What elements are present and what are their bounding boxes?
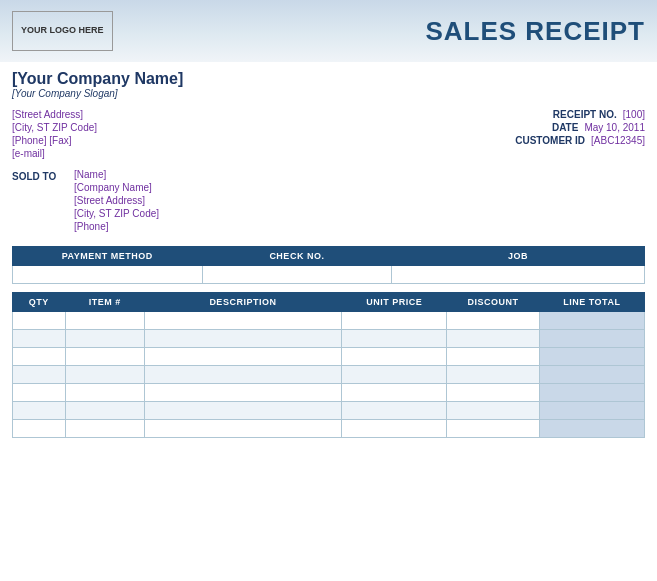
unit-price-cell <box>342 402 447 420</box>
unit-price-cell <box>342 420 447 438</box>
sold-to-section: SOLD TO [Name] [Company Name] [Street Ad… <box>0 165 657 240</box>
check-no-cell <box>202 266 392 284</box>
sold-to-city: [City, ST ZIP Code] <box>74 208 159 219</box>
sold-to-name: [Name] <box>74 169 159 180</box>
qty-cell <box>13 402 66 420</box>
items-table: QTY ITEM # DESCRIPTION UNIT PRICE DISCOU… <box>12 292 645 438</box>
qty-cell <box>13 366 66 384</box>
items-row <box>13 312 645 330</box>
discount-cell <box>447 312 539 330</box>
unit-price-cell <box>342 312 447 330</box>
qty-cell <box>13 330 66 348</box>
receipt-no-value: [100] <box>623 109 645 120</box>
description-cell <box>144 330 342 348</box>
description-cell <box>144 312 342 330</box>
item-num-cell <box>65 384 144 402</box>
sold-to-street: [Street Address] <box>74 195 159 206</box>
item-num-header: ITEM # <box>65 293 144 312</box>
payment-table: PAYMENT METHOD CHECK NO. JOB <box>12 246 645 284</box>
payment-method-header: PAYMENT METHOD <box>13 247 203 266</box>
company-section: [Your Company Name] [Your Company Slogan… <box>0 62 657 103</box>
description-cell <box>144 420 342 438</box>
items-header-row: QTY ITEM # DESCRIPTION UNIT PRICE DISCOU… <box>13 293 645 312</box>
job-cell <box>392 266 645 284</box>
address-city: [City, ST ZIP Code] <box>12 122 97 133</box>
date-value: May 10, 2011 <box>584 122 645 133</box>
qty-header: QTY <box>13 293 66 312</box>
line-total-cell <box>539 384 644 402</box>
date-label: DATE <box>488 122 578 133</box>
company-slogan: [Your Company Slogan] <box>12 88 645 99</box>
items-row <box>13 366 645 384</box>
right-info: RECEIPT NO. [100] DATE May 10, 2011 CUST… <box>488 109 645 159</box>
unit-price-cell <box>342 330 447 348</box>
line-total-cell <box>539 330 644 348</box>
item-num-cell <box>65 348 144 366</box>
unit-price-cell <box>342 384 447 402</box>
description-cell <box>144 402 342 420</box>
discount-cell <box>447 402 539 420</box>
receipt-title: SALES RECEIPT <box>425 16 645 47</box>
receipt-no-label: RECEIPT NO. <box>527 109 617 120</box>
job-header: JOB <box>392 247 645 266</box>
description-cell <box>144 384 342 402</box>
address-street: [Street Address] <box>12 109 83 120</box>
description-cell <box>144 366 342 384</box>
item-num-cell <box>65 330 144 348</box>
address-email: [e-mail] <box>12 148 45 159</box>
discount-cell <box>447 366 539 384</box>
address-city-row: [City, ST ZIP Code] <box>12 122 97 133</box>
sold-to-fields: [Name] [Company Name] [Street Address] [… <box>74 169 159 232</box>
company-name: [Your Company Name] <box>12 70 645 88</box>
line-total-header: LINE TOTAL <box>539 293 644 312</box>
customer-id-label: CUSTOMER ID <box>495 135 585 146</box>
customer-id-value: [ABC12345] <box>591 135 645 146</box>
description-cell <box>144 348 342 366</box>
left-info: [Street Address] [City, ST ZIP Code] [Ph… <box>12 109 97 159</box>
line-total-cell <box>539 402 644 420</box>
items-row <box>13 402 645 420</box>
info-section: [Street Address] [City, ST ZIP Code] [Ph… <box>0 103 657 165</box>
item-num-cell <box>65 402 144 420</box>
line-total-cell <box>539 312 644 330</box>
payment-method-cell <box>13 266 203 284</box>
address-phone: [Phone] [Fax] <box>12 135 71 146</box>
item-num-cell <box>65 312 144 330</box>
address-street-row: [Street Address] <box>12 109 97 120</box>
items-row <box>13 348 645 366</box>
items-row <box>13 330 645 348</box>
check-no-header: CHECK NO. <box>202 247 392 266</box>
address-email-row: [e-mail] <box>12 148 97 159</box>
discount-cell <box>447 330 539 348</box>
item-num-cell <box>65 420 144 438</box>
qty-cell <box>13 348 66 366</box>
address-phone-row: [Phone] [Fax] <box>12 135 97 146</box>
discount-header: DISCOUNT <box>447 293 539 312</box>
sold-to-company: [Company Name] <box>74 182 159 193</box>
line-total-cell <box>539 348 644 366</box>
unit-price-cell <box>342 366 447 384</box>
item-num-cell <box>65 366 144 384</box>
header-band: YOUR LOGO HERE SALES RECEIPT <box>0 0 657 62</box>
logo-text: YOUR LOGO HERE <box>21 25 104 37</box>
sold-to-label: SOLD TO <box>12 169 62 232</box>
line-total-cell <box>539 420 644 438</box>
unit-price-cell <box>342 348 447 366</box>
discount-cell <box>447 384 539 402</box>
unit-price-header: UNIT PRICE <box>342 293 447 312</box>
items-row <box>13 384 645 402</box>
items-row <box>13 420 645 438</box>
date-row: DATE May 10, 2011 <box>488 122 645 133</box>
receipt-no-row: RECEIPT NO. [100] <box>527 109 645 120</box>
qty-cell <box>13 420 66 438</box>
qty-cell <box>13 312 66 330</box>
line-total-cell <box>539 366 644 384</box>
payment-row <box>13 266 645 284</box>
sold-to-phone: [Phone] <box>74 221 159 232</box>
discount-cell <box>447 348 539 366</box>
discount-cell <box>447 420 539 438</box>
description-header: DESCRIPTION <box>144 293 342 312</box>
customer-id-row: CUSTOMER ID [ABC12345] <box>495 135 645 146</box>
payment-header-row: PAYMENT METHOD CHECK NO. JOB <box>13 247 645 266</box>
logo-box: YOUR LOGO HERE <box>12 11 113 51</box>
